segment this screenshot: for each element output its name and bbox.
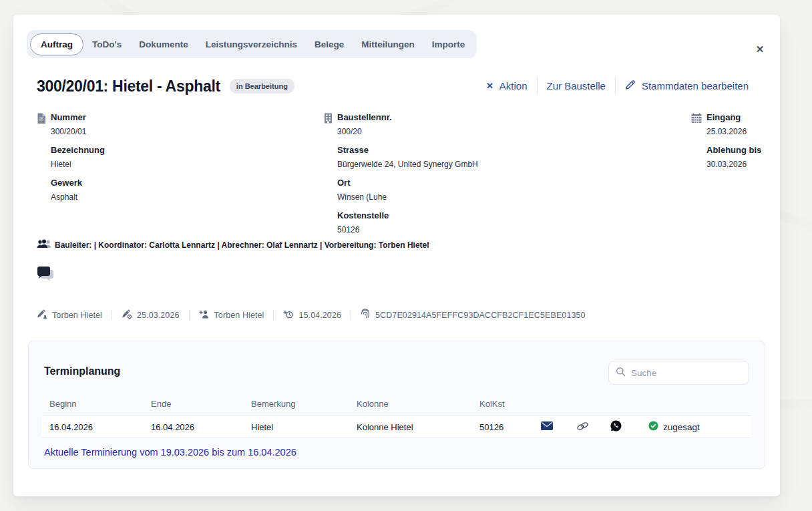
status-label: zugesagt: [663, 422, 700, 432]
divider: [273, 310, 274, 320]
termin-table: Beginn Ende Bemerkung Kolonne KolKst 16.…: [42, 391, 751, 438]
header-actions: ✕ Aktion Zur Baustelle Stammdaten bearbe…: [477, 75, 758, 96]
whatsapp-icon: [610, 420, 622, 434]
field-value: 50126: [337, 225, 478, 234]
zur-baustelle-label: Zur Baustelle: [547, 80, 606, 92]
link-icon: [576, 421, 589, 433]
zur-baustelle-button[interactable]: Zur Baustelle: [538, 80, 615, 92]
cell-ende: 16.04.2026: [144, 422, 244, 432]
fingerprint-icon: [361, 309, 370, 321]
status-badge: in Bearbeitung: [230, 79, 294, 94]
search-box: [608, 361, 749, 385]
info-column-termine: Eingang 25.03.2026 Ablehung bis 30.03.20…: [691, 112, 761, 178]
updated-by: Torben Hietel: [199, 309, 264, 321]
field-label: Eingang: [706, 112, 761, 122]
field-value: 25.03.2026: [706, 127, 761, 136]
search-icon: [616, 367, 626, 379]
col-header-kolkst: KolKst: [472, 399, 528, 409]
record-meta-row: Torben Hietel 25.03.2026 Torben Hietel 1…: [37, 309, 586, 321]
updated-by-name: Torben Hietel: [214, 311, 264, 320]
col-header-bemerkung: Bemerkung: [244, 399, 349, 409]
cell-kolonne: Kolonne Hietel: [349, 422, 472, 432]
page-title: 300/20/01: Hietel - Asphalt: [37, 77, 220, 96]
updated-at-date: 15.04.2026: [298, 311, 341, 320]
aktion-label: Aktion: [499, 80, 528, 92]
col-header-ende: Ende: [144, 399, 244, 409]
info-column-baustelle: Baustellennr. 300/20 Strasse Bürgerweide…: [324, 112, 478, 243]
pen-clock-icon: [122, 309, 132, 321]
clock-plus-icon: [283, 309, 293, 321]
auftrag-detail-modal: ✕ Auftrag ToDo's Dokumente Leistungsverz…: [13, 15, 780, 496]
title-row: 300/20/01: Hietel - Asphalt in Bearbeitu…: [37, 73, 294, 100]
app-background: { "glyphs": { "window_close": "✕", "acti…: [0, 0, 812, 511]
table-row[interactable]: 16.04.2026 16.04.2026 Hietel Kolonne Hie…: [42, 416, 751, 438]
tab-auftrag[interactable]: Auftrag: [30, 33, 83, 55]
cell-kolkst: 50126: [472, 422, 528, 432]
termin-status: zugesagt: [632, 421, 751, 434]
field-label: Ort: [337, 178, 478, 188]
divider: [112, 310, 112, 320]
created-at-date: 25.03.2026: [137, 311, 180, 320]
field-label: Baustellennr.: [337, 112, 478, 122]
comments-button[interactable]: [37, 266, 54, 284]
tab-todos[interactable]: ToDo's: [83, 33, 130, 55]
tab-leistungsverzeichnis[interactable]: Leistungsverzeichnis: [197, 33, 306, 55]
field-label: Gewerk: [51, 178, 105, 188]
cell-beginn: 16.04.2026: [42, 422, 144, 432]
created-by: Torben Hietel: [37, 309, 102, 321]
field-label: Bezeichnung: [51, 145, 105, 155]
col-header-beginn: Beginn: [42, 399, 144, 409]
field-label: Ablehung bis: [706, 145, 761, 155]
terminplanung-panel: Terminplanung Beginn Ende Bemerkung Kolo…: [28, 341, 765, 469]
user-plus-icon: [199, 309, 209, 321]
stammdaten-label: Stammdaten bearbeiten: [642, 80, 749, 92]
info-column-auftrag: Nummer 300/20/01 Bezeichnung Hietel Gewe…: [37, 112, 105, 210]
team-roles-text: Bauleiter: | Koordinator: Carlotta Lenna…: [55, 240, 429, 250]
users-group-icon: [37, 239, 51, 251]
aktion-button[interactable]: ✕ Aktion: [477, 80, 537, 92]
terminierung-note: Aktuelle Terminierung vom 19.03.2026 bis…: [44, 447, 296, 458]
close-button[interactable]: ✕: [752, 41, 768, 57]
col-header-kolonne: Kolonne: [349, 399, 472, 409]
field-label: Nummer: [51, 112, 105, 122]
divider: [351, 310, 351, 320]
field-value: Hietel: [51, 160, 105, 169]
tab-dokumente[interactable]: Dokumente: [130, 33, 197, 55]
field-value: 300/20/01: [51, 127, 105, 136]
record-hash: 5CD7E02914A5FEFFC93DACCFB2CF1EC5EBE01350: [375, 311, 586, 320]
terminplanung-title: Terminplanung: [44, 365, 120, 377]
table-header-row: Beginn Ende Bemerkung Kolonne KolKst: [42, 391, 751, 416]
check-circle-icon: [648, 421, 658, 434]
field-label: Kostenstelle: [337, 210, 478, 220]
stammdaten-bearbeiten-button[interactable]: Stammdaten bearbeiten: [616, 79, 758, 92]
send-email-button[interactable]: [528, 421, 566, 432]
record-id: 5CD7E02914A5FEFFC93DACCFB2CF1EC5EBE01350: [361, 309, 586, 321]
envelope-icon: [541, 421, 553, 432]
pencil-icon: [625, 79, 636, 92]
document-icon: [37, 113, 46, 127]
updated-at: 15.04.2026: [283, 309, 341, 321]
field-value: Bürgerweide 24, United Synergy GmbH: [337, 160, 478, 169]
close-x-icon: ✕: [486, 81, 493, 91]
building-icon: [324, 113, 333, 126]
copy-link-button[interactable]: [566, 421, 599, 433]
field-label: Strasse: [337, 145, 478, 155]
divider: [189, 310, 190, 320]
tab-bar: Auftrag ToDo's Dokumente Leistungsverzei…: [27, 30, 477, 58]
field-value: Asphalt: [51, 192, 105, 202]
field-value: 30.03.2026: [706, 160, 761, 169]
search-input[interactable]: [631, 368, 742, 378]
whatsapp-button[interactable]: [599, 420, 632, 434]
field-value: 300/20: [337, 127, 478, 136]
created-by-name: Torben Hietel: [52, 311, 102, 320]
tab-mitteilungen[interactable]: Mitteilungen: [353, 33, 423, 55]
tab-belege[interactable]: Belege: [306, 33, 353, 55]
field-value: Winsen (Luhe: [337, 192, 478, 202]
chat-bubble-icon: [37, 274, 54, 284]
calendar-icon: [691, 113, 702, 126]
cell-bemerkung: Hietel: [244, 422, 349, 432]
team-row: Bauleiter: | Koordinator: Carlotta Lenna…: [37, 239, 429, 251]
pen-user-icon: [37, 309, 47, 321]
tab-importe[interactable]: Importe: [423, 33, 474, 55]
created-at: 25.03.2026: [122, 309, 180, 321]
